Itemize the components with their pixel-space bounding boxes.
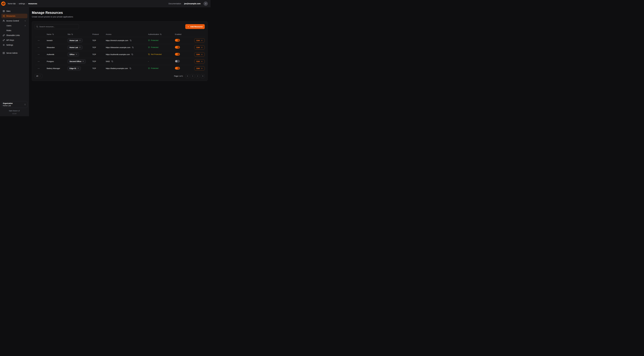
sidebar-item-sites[interactable]: Sites <box>1 9 28 14</box>
site-name: Home Lab <box>70 40 78 42</box>
sidebar-item-access-control[interactable]: Access Control <box>1 18 28 23</box>
add-resource-button[interactable]: Add Resource <box>185 24 205 29</box>
auth-status-badge: - <box>148 60 148 62</box>
main-content: Manage Resources Create secure proxies t… <box>29 7 210 116</box>
sidebar-item-roles[interactable]: Roles <box>1 28 28 33</box>
page-size-select[interactable]: 20 <box>35 74 42 78</box>
sort-icon[interactable] <box>71 34 73 35</box>
site-name: Second Office <box>70 60 81 62</box>
auth-status-label: Protected <box>151 67 158 69</box>
organization-selector[interactable]: Organization Home Lab <box>1 101 28 108</box>
edit-button[interactable]: Edit <box>194 59 205 64</box>
edit-button[interactable]: Edit <box>194 38 205 42</box>
enabled-toggle[interactable] <box>175 60 180 62</box>
sidebar-item-resources[interactable]: Resources <box>1 14 28 18</box>
auth-status-badge: Protected <box>148 67 158 69</box>
arrow-up-right-icon <box>79 47 80 48</box>
sort-icon[interactable] <box>52 34 54 35</box>
row-menu-button[interactable] <box>37 53 40 56</box>
auth-status-badge: Protected <box>148 46 158 48</box>
resource-name: Battery Manager <box>47 68 68 70</box>
sidebar: Sites Resources Access Control Users Rol <box>0 7 29 116</box>
sidebar-item-settings[interactable]: Settings <box>1 43 28 47</box>
server-icon <box>3 52 5 54</box>
auth-status-label: Not Protected <box>151 53 162 55</box>
site-link[interactable]: Edge 01 <box>68 66 81 70</box>
link-icon <box>3 34 5 36</box>
sidebar-item-users[interactable]: Users <box>1 23 28 28</box>
row-menu-button[interactable] <box>37 67 40 70</box>
site-name: Home Lab <box>70 46 78 48</box>
sidebar-item-label: Users <box>6 24 12 27</box>
page-info: Page 1 of 1 <box>174 75 183 77</box>
enabled-toggle[interactable] <box>175 67 180 70</box>
site-link[interactable]: Office <box>68 52 79 56</box>
sidebar-item-label: Resources <box>6 15 15 17</box>
breadcrumb-settings[interactable]: settings <box>19 2 25 5</box>
previous-page-button[interactable] <box>190 74 194 78</box>
row-menu-button[interactable] <box>37 60 40 63</box>
sidebar-item-label: Settings <box>6 44 13 46</box>
site-link[interactable]: Home Lab <box>68 45 82 50</box>
copy-icon[interactable] <box>111 60 114 62</box>
sidebar-item-shareable-links[interactable]: Shareable Links <box>1 33 28 38</box>
edit-button[interactable]: Edit <box>194 52 205 56</box>
documentation-link[interactable]: Documentation <box>168 2 181 5</box>
copy-icon[interactable] <box>132 46 134 48</box>
sidebar-item-label: Shareable Links <box>6 34 20 36</box>
user-avatar[interactable]: J <box>204 2 208 6</box>
next-page-button[interactable] <box>196 74 200 78</box>
breadcrumb: home-lab › settings › resources <box>8 2 37 5</box>
chevron-right-icon <box>197 75 198 77</box>
sidebar-item-server-admin[interactable]: Server Admin <box>1 51 28 55</box>
breadcrumb-separator: › <box>17 2 18 5</box>
breadcrumb-resources[interactable]: resources <box>28 2 37 5</box>
add-resource-label: Add Resource <box>190 26 202 28</box>
row-menu-button[interactable] <box>37 39 40 42</box>
site-link[interactable]: Home Lab <box>68 38 82 42</box>
resource-access-url[interactable]: https://battery.example.com <box>106 68 128 70</box>
last-page-button[interactable] <box>201 74 205 78</box>
copy-icon[interactable] <box>130 39 132 42</box>
resource-name: Bitwarden <box>47 46 68 48</box>
resource-access-url[interactable]: https://immich.example.com <box>106 40 128 42</box>
sort-icon[interactable] <box>160 34 162 35</box>
edit-button[interactable]: Edit <box>194 66 205 70</box>
column-site-label: Site <box>68 33 70 35</box>
column-name: Name <box>47 33 68 35</box>
search-input[interactable] <box>35 24 79 29</box>
row-menu-button[interactable] <box>37 46 40 49</box>
enabled-toggle[interactable] <box>175 46 180 48</box>
shield-check-icon <box>148 46 150 48</box>
organization-value: Home Lab <box>3 104 12 106</box>
open-source-link[interactable]: Open Source <box>9 110 20 112</box>
resource-access-url[interactable]: https://bitwarden.example.com <box>106 46 130 48</box>
resources-panel: Add Resource Name Site <box>32 21 208 81</box>
user-email[interactable]: joe@example.com <box>184 2 200 5</box>
breadcrumb-separator: › <box>26 2 27 5</box>
copy-icon[interactable] <box>129 67 132 70</box>
resource-access-url[interactable]: https://authentik.example.com <box>106 54 130 56</box>
site-link[interactable]: Second Office <box>68 59 86 64</box>
page-title: Manage Resources <box>32 11 208 15</box>
shield-check-icon <box>148 40 150 41</box>
site-name: Edge 01 <box>70 68 76 70</box>
enabled-toggle[interactable] <box>175 39 180 42</box>
arrow-right-icon <box>201 54 202 55</box>
resource-access-port[interactable]: 5432 <box>106 60 110 62</box>
resource-name: Authentik <box>47 54 68 56</box>
auth-status-label: - <box>148 60 148 62</box>
copy-icon[interactable] <box>131 53 134 56</box>
breadcrumb-home-lab[interactable]: home-lab <box>8 2 16 5</box>
page-subtitle: Create secure proxies to your private ap… <box>32 16 208 18</box>
app-logo-icon[interactable] <box>1 1 6 6</box>
edit-button[interactable]: Edit <box>194 45 205 50</box>
arrow-right-icon <box>201 40 202 41</box>
first-page-button[interactable] <box>186 74 190 78</box>
enabled-toggle[interactable] <box>175 53 180 56</box>
column-name-label: Name <box>47 33 52 35</box>
resource-protocol: TCP <box>92 40 106 42</box>
app-version: v1.3.0 <box>1 113 28 114</box>
chevrons-up-down-icon <box>24 104 26 106</box>
sidebar-item-api-keys[interactable]: API Keys <box>1 38 28 42</box>
